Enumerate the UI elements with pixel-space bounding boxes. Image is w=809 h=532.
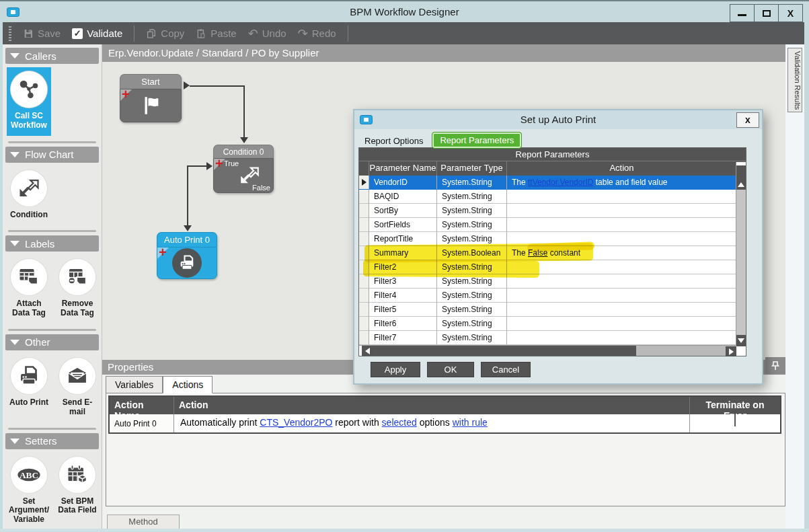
chevron-down-icon (10, 53, 20, 59)
tab-variables[interactable]: Variables (106, 376, 163, 393)
section-header-setters[interactable]: Setters (5, 433, 99, 449)
horizontal-scrollbar[interactable] (359, 345, 736, 356)
toolbox-item-set-argument-variable[interactable]: ABC Set Argument/ Variable (7, 453, 51, 530)
table-field-link[interactable]: ttVendor.VendorID (528, 178, 593, 187)
options-link[interactable]: selected (382, 417, 417, 428)
undo-button[interactable]: ↶ Undo (248, 28, 286, 39)
column-action[interactable]: Action (507, 161, 736, 176)
param-row-filter5[interactable]: Filter5 System.String (359, 303, 746, 317)
toolbox-item-label: Remove Data Tag (56, 299, 98, 318)
pin-button[interactable] (765, 357, 785, 375)
action-row-auto-print-0[interactable]: Auto Print 0 Automatically print CTS_Ven… (110, 414, 780, 432)
add-connection-icon[interactable]: + (159, 245, 167, 260)
toolbar-gripper[interactable] (9, 26, 11, 41)
toolbox-sidebar: Callers Call SC Workflow Flow Chart Cond… (3, 44, 102, 529)
pin-icon (771, 361, 779, 371)
param-type-cell: System.String (437, 331, 507, 345)
row-selector[interactable] (359, 232, 369, 246)
param-name-cell: Filter7 (369, 331, 437, 345)
email-envelope-icon (59, 358, 95, 394)
scroll-left-button[interactable] (362, 346, 373, 356)
ok-button[interactable]: OK (427, 362, 474, 377)
section-title: Flow Chart (25, 149, 74, 160)
rule-link[interactable]: with rule (453, 417, 488, 428)
toolbox-item-send-email[interactable]: Send E-mail (55, 354, 100, 422)
row-selector[interactable] (359, 176, 369, 190)
scroll-right-button[interactable] (726, 346, 736, 356)
section-divider (8, 329, 96, 331)
scrollbar-thumb[interactable] (373, 346, 636, 356)
copy-icon (146, 28, 157, 39)
condition-true-port[interactable] (206, 162, 213, 170)
row-selector[interactable] (359, 274, 369, 289)
section-header-labels[interactable]: Labels (5, 235, 99, 252)
node-start[interactable]: Start + (120, 74, 182, 122)
start-output-port[interactable] (184, 81, 190, 89)
row-selector[interactable] (359, 317, 369, 331)
param-type-cell: System.String (437, 190, 507, 204)
cancel-button[interactable]: Cancel (481, 362, 531, 377)
section-header-callers[interactable]: Callers (5, 48, 99, 64)
toolbox-item-auto-print[interactable]: Auto Print (7, 354, 51, 413)
validate-button[interactable]: Validate (72, 28, 122, 39)
flag-icon (139, 94, 162, 117)
close-button[interactable]: X (778, 4, 803, 22)
node-condition-0[interactable]: Condition 0 + True False (213, 145, 274, 193)
tab-method-parameters[interactable]: Method parameters (107, 515, 180, 529)
scroll-down-button[interactable] (736, 335, 746, 346)
toolbar-separator (348, 26, 348, 42)
tab-report-options[interactable]: Report Options (358, 133, 429, 149)
column-parameter-type[interactable]: Parameter Type (437, 161, 507, 176)
toolbox-item-call-sc-workflow[interactable]: Call SC Workflow (7, 67, 51, 136)
paste-button[interactable]: Paste (196, 28, 236, 39)
row-selector[interactable] (359, 218, 369, 232)
param-row-filter6[interactable]: Filter6 System.String (359, 317, 746, 331)
section-header-flow-chart[interactable]: Flow Chart (5, 147, 99, 163)
param-row-baqid[interactable]: BAQID System.String (359, 190, 746, 204)
param-row-filter4[interactable]: Filter4 System.String (359, 289, 746, 303)
row-selector[interactable] (359, 331, 369, 345)
up-arrow-icon (738, 182, 744, 187)
copy-button[interactable]: Copy (146, 28, 184, 39)
param-type-cell: System.String (437, 303, 507, 317)
row-selector[interactable] (359, 204, 369, 218)
row-selector[interactable] (359, 303, 369, 317)
toolbox-item-attach-data-tag[interactable]: Attach Data Tag (7, 255, 51, 324)
toolbox-item-condition[interactable]: Condition (7, 166, 51, 225)
column-parameter-name[interactable]: Parameter Name (369, 161, 437, 176)
add-connection-icon[interactable]: + (122, 87, 130, 102)
param-row-sortby[interactable]: SortBy System.String (359, 204, 746, 218)
tab-report-parameters[interactable]: Report Parameters (432, 132, 522, 149)
param-row-sortfields[interactable]: SortFields System.String (359, 218, 746, 232)
connector-arrowhead (184, 225, 192, 231)
paste-label: Paste (210, 28, 236, 39)
terminate-checkbox[interactable] (734, 414, 736, 426)
toolbox-item-set-bpm-data-field[interactable]: Set BPM Data Field (55, 453, 100, 521)
tab-actions[interactable]: Actions (163, 376, 213, 393)
section-header-other[interactable]: Other (5, 334, 99, 350)
connector-arrowhead (240, 137, 248, 143)
printer-icon (172, 248, 202, 278)
report-link[interactable]: CTS_Vendor2PO (260, 417, 332, 428)
maximize-button[interactable] (754, 4, 779, 22)
section-title: Other (25, 336, 50, 348)
add-connection-icon[interactable]: + (215, 156, 223, 172)
apply-button[interactable]: Apply (371, 362, 420, 377)
row-selector[interactable] (359, 289, 369, 303)
connector-start-condition (190, 85, 245, 87)
toolbox-item-remove-data-tag[interactable]: Remove Data Tag (55, 255, 100, 324)
tab-validation-results[interactable]: Validation Results (787, 48, 802, 112)
scroll-up-button[interactable] (736, 165, 746, 190)
vertical-scrollbar[interactable] (736, 162, 746, 346)
row-selector[interactable] (359, 190, 369, 204)
param-name-cell: BAQID (369, 190, 437, 204)
dialog-title-bar[interactable]: Set up Auto Print x (354, 110, 762, 129)
param-row-filter7[interactable]: Filter7 System.String (359, 331, 746, 345)
dialog-close-button[interactable]: x (736, 112, 759, 128)
node-auto-print-0[interactable]: Auto Print 0 + (157, 232, 217, 279)
redo-button[interactable]: ↷ Redo (298, 28, 336, 39)
minimize-button[interactable] (730, 4, 755, 22)
toolbox-item-label: Call SC Workflow (8, 112, 50, 130)
save-button[interactable]: Save (23, 28, 61, 39)
param-row-vendorid[interactable]: VendorID System.String The ttVendor.Vend… (359, 176, 746, 190)
